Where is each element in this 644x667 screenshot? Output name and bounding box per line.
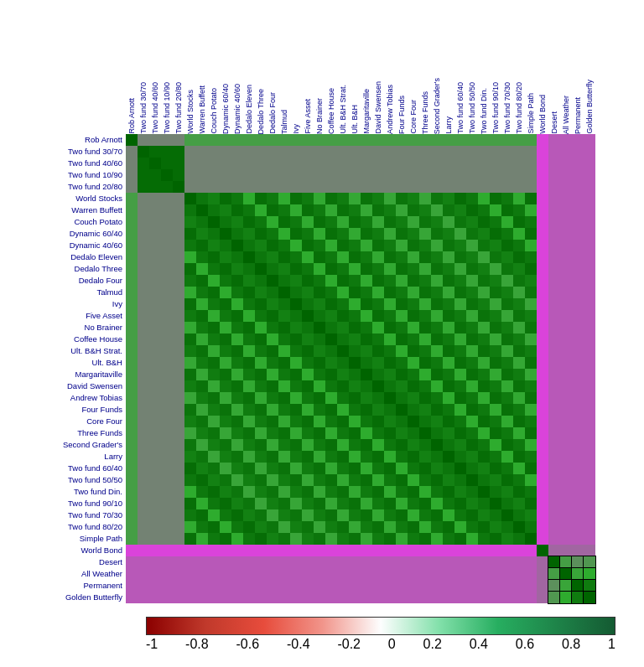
matrix-cell bbox=[138, 521, 149, 533]
matrix-cell bbox=[138, 416, 149, 427]
col-label-wrap: Rob Arnott bbox=[126, 25, 138, 134]
row-label: Warren Buffett bbox=[8, 204, 126, 216]
matrix-cell bbox=[325, 404, 337, 416]
matrix-cell bbox=[372, 357, 384, 369]
matrix-cell bbox=[231, 310, 243, 322]
matrix-cell bbox=[208, 181, 220, 193]
matrix-cell bbox=[396, 474, 408, 486]
matrix-cell bbox=[278, 380, 290, 392]
row-label: Ult. B&H Strat. bbox=[8, 345, 126, 357]
matrix-cell bbox=[149, 451, 161, 463]
matrix-cell bbox=[267, 463, 278, 474]
legend-label: -0.2 bbox=[337, 637, 361, 652]
matrix-row bbox=[126, 345, 595, 357]
matrix-cell bbox=[278, 369, 290, 380]
matrix-cell bbox=[126, 427, 138, 439]
matrix-cell bbox=[431, 556, 443, 568]
matrix-cell bbox=[466, 427, 478, 439]
matrix-cell bbox=[349, 498, 361, 509]
matrix-cell bbox=[173, 275, 184, 287]
matrix-cell bbox=[173, 310, 184, 322]
matrix-cell bbox=[572, 533, 584, 545]
row-label: Two fund 40/60 bbox=[8, 158, 126, 169]
matrix-cell bbox=[337, 439, 349, 451]
matrix-cell bbox=[372, 134, 384, 146]
matrix-cell bbox=[220, 240, 231, 251]
row-label: Two fund Din. bbox=[8, 486, 126, 498]
matrix-cell bbox=[513, 463, 525, 474]
matrix-cell bbox=[372, 181, 384, 193]
matrix-cell bbox=[231, 345, 243, 357]
matrix-cell bbox=[501, 521, 513, 533]
matrix-cell bbox=[513, 509, 525, 521]
matrix-cell bbox=[513, 521, 525, 533]
col-label: Simple Path bbox=[527, 93, 535, 134]
matrix-cell bbox=[501, 533, 513, 545]
matrix-cell bbox=[384, 357, 396, 369]
matrix-cell bbox=[149, 251, 161, 263]
matrix-cell bbox=[572, 451, 584, 463]
matrix-cell bbox=[408, 568, 419, 580]
matrix-cell bbox=[243, 263, 255, 275]
matrix-cell bbox=[325, 416, 337, 427]
matrix-cell bbox=[196, 216, 208, 228]
matrix-cell bbox=[501, 310, 513, 322]
matrix-cell bbox=[302, 357, 314, 369]
matrix-cell bbox=[220, 498, 231, 509]
matrix-cell bbox=[560, 216, 572, 228]
matrix-cell bbox=[584, 556, 595, 568]
matrix-cell bbox=[220, 146, 231, 158]
matrix-cell bbox=[513, 193, 525, 204]
matrix-cell bbox=[408, 287, 419, 298]
matrix-cell bbox=[419, 369, 431, 380]
matrix-cell bbox=[325, 146, 337, 158]
matrix-cell bbox=[267, 251, 278, 263]
matrix-cell bbox=[408, 193, 419, 204]
matrix-row bbox=[126, 216, 595, 228]
matrix-cell bbox=[572, 298, 584, 310]
matrix-cell bbox=[537, 240, 548, 251]
matrix-cell bbox=[372, 263, 384, 275]
matrix-cell bbox=[337, 228, 349, 240]
matrix-cell bbox=[243, 568, 255, 580]
matrix-cell bbox=[243, 322, 255, 334]
matrix-cell bbox=[572, 310, 584, 322]
matrix-cell bbox=[173, 509, 184, 521]
col-label-wrap: Two fund 50/50 bbox=[466, 25, 478, 134]
col-label: Three Funds bbox=[422, 91, 429, 134]
matrix-cell bbox=[454, 474, 466, 486]
matrix-cell bbox=[466, 216, 478, 228]
matrix-cell bbox=[525, 345, 537, 357]
matrix-cell bbox=[584, 334, 595, 345]
matrix-cell bbox=[478, 580, 490, 592]
matrix-cell bbox=[278, 463, 290, 474]
matrix-cell bbox=[501, 251, 513, 263]
matrix-cell bbox=[302, 169, 314, 181]
matrix-cell bbox=[314, 275, 325, 287]
matrix-cell bbox=[419, 193, 431, 204]
matrix-cell bbox=[490, 158, 501, 169]
matrix-cell bbox=[290, 298, 302, 310]
matrix-cell bbox=[126, 263, 138, 275]
matrix-cell bbox=[208, 545, 220, 556]
matrix-cell bbox=[267, 509, 278, 521]
matrix-cell bbox=[126, 463, 138, 474]
matrix-cell bbox=[255, 521, 267, 533]
matrix-cell bbox=[584, 486, 595, 498]
matrix-cell bbox=[548, 509, 560, 521]
matrix-cell bbox=[513, 322, 525, 334]
matrix-row bbox=[126, 439, 595, 451]
matrix-cell bbox=[560, 169, 572, 181]
matrix-cell bbox=[431, 216, 443, 228]
matrix-cell bbox=[196, 345, 208, 357]
matrix-cell bbox=[513, 380, 525, 392]
matrix-cell bbox=[220, 556, 231, 568]
matrix-cell bbox=[384, 533, 396, 545]
matrix-cell bbox=[267, 169, 278, 181]
matrix-cell bbox=[290, 592, 302, 603]
matrix-cell bbox=[572, 556, 584, 568]
matrix-cell bbox=[278, 310, 290, 322]
matrix-cell bbox=[525, 404, 537, 416]
matrix-cell bbox=[431, 498, 443, 509]
row-label: All Weather bbox=[8, 568, 126, 580]
